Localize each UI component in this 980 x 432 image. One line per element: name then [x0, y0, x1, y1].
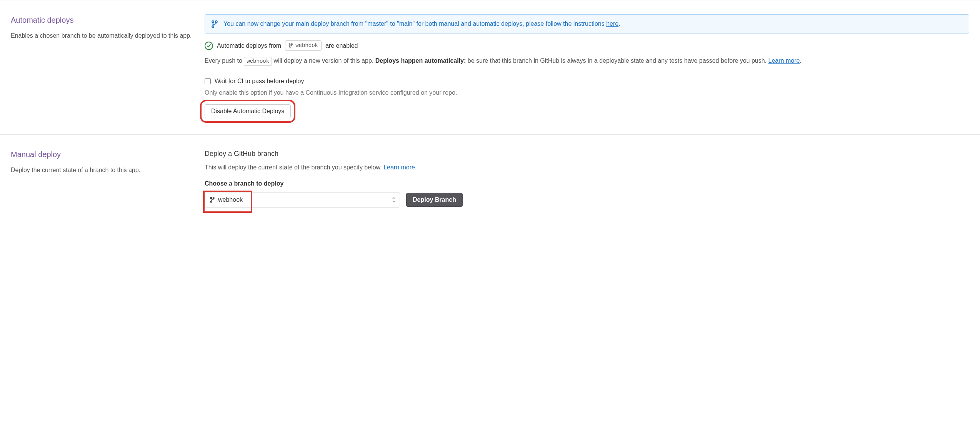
ci-label-text: Wait for CI to pass before deploy [215, 77, 304, 86]
manual-deploy-section: Manual deploy Deploy the current state o… [0, 134, 980, 238]
manual-left-col: Manual deploy Deploy the current state o… [11, 149, 205, 208]
status-branch-name: webhook [295, 42, 318, 50]
deploy-branch-button[interactable]: Deploy Branch [406, 193, 463, 207]
push-description: Every push to webhook will deploy a new … [205, 56, 969, 66]
svg-point-6 [210, 197, 212, 199]
branch-row: webhook Deploy Branch [205, 192, 969, 208]
manual-description: Deploy the current state of a branch to … [11, 166, 195, 175]
git-branch-icon [211, 19, 218, 28]
svg-point-0 [212, 21, 214, 23]
push-after: will deploy a new version of this app. [272, 57, 375, 64]
svg-point-1 [215, 21, 217, 23]
auto-deploy-status-row: Automatic deploys from webhook are enabl… [205, 40, 969, 51]
deploy-github-branch-heading: Deploy a GitHub branch [205, 149, 969, 159]
push-rest: be sure that this branch in GitHub is al… [466, 57, 768, 64]
automatic-left-col: Automatic deploys Enables a chosen branc… [11, 14, 205, 118]
svg-point-4 [291, 44, 292, 45]
wait-for-ci-checkbox[interactable] [205, 78, 211, 84]
selected-branch-name: webhook [218, 195, 243, 204]
svg-point-8 [210, 201, 212, 203]
banner-text-after: . [618, 20, 620, 27]
manual-learn-more-link[interactable]: Learn more [383, 164, 415, 171]
git-branch-icon [288, 43, 293, 49]
manual-heading: Manual deploy [11, 149, 195, 160]
choose-branch-label: Choose a branch to deploy [205, 179, 969, 188]
manual-right-col: Deploy a GitHub branch This will deploy … [205, 149, 969, 208]
status-after: are enabled [325, 41, 358, 50]
push-branch-name: webhook [247, 57, 269, 65]
banner-here-link[interactable]: here [606, 20, 618, 27]
branch-select[interactable]: webhook [205, 192, 400, 208]
push-before: Every push to [205, 57, 244, 64]
branch-select-wrap: webhook [205, 192, 400, 208]
svg-point-3 [289, 44, 290, 45]
disable-automatic-deploys-button[interactable]: Disable Automatic Deploys [205, 104, 291, 118]
banner-text-before: You can now change your main deploy bran… [223, 20, 606, 27]
ci-block: Wait for CI to pass before deploy Only e… [205, 77, 969, 97]
status-branch-pill: webhook [285, 40, 322, 51]
svg-point-5 [289, 47, 290, 48]
ci-hint: Only enable this option if you have a Co… [205, 88, 969, 97]
push-bold: Deploys happen automatically: [375, 57, 466, 64]
manual-sub-body-before: This will deploy the current state of th… [205, 164, 383, 171]
automatic-description: Enables a chosen branch to be automatica… [11, 31, 195, 40]
banner-text: You can now change your main deploy bran… [223, 19, 620, 28]
updown-caret-icon [392, 197, 396, 203]
auto-learn-more-link[interactable]: Learn more [768, 57, 800, 64]
git-branch-icon [210, 197, 215, 203]
automatic-right-col: You can now change your main deploy bran… [205, 14, 969, 118]
svg-point-2 [212, 26, 214, 28]
check-circle-icon [205, 42, 213, 50]
svg-point-7 [213, 197, 214, 199]
status-before: Automatic deploys from [217, 41, 281, 50]
main-branch-info-banner: You can now change your main deploy bran… [205, 14, 969, 33]
push-branch-pill: webhook [244, 57, 272, 66]
automatic-deploys-section: Automatic deploys Enables a chosen branc… [0, 0, 980, 134]
automatic-heading: Automatic deploys [11, 14, 195, 26]
manual-sub-body: This will deploy the current state of th… [205, 163, 969, 172]
ci-checkbox-label[interactable]: Wait for CI to pass before deploy [205, 77, 969, 86]
